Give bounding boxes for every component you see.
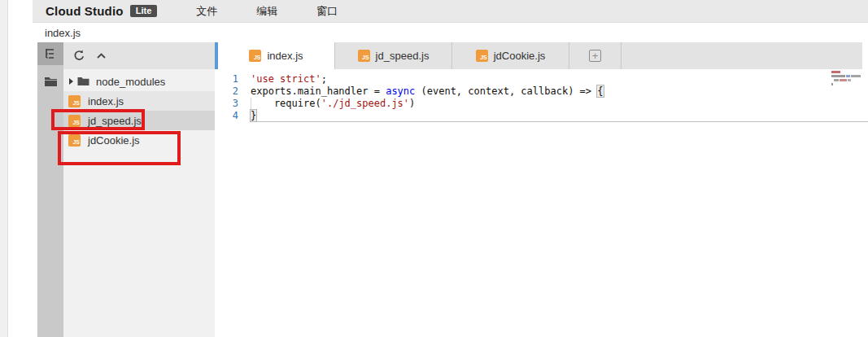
activity-item-explorer-tree[interactable] (37, 42, 63, 65)
code-text: require('./jd_speed.js') (251, 98, 868, 110)
tree-item-label: index.js (88, 95, 124, 107)
line-number: 2 (215, 85, 251, 98)
code-line-2: 2 exports.main_handler = async (event, c… (215, 85, 868, 98)
line-number: 3 (215, 98, 251, 110)
menu-file[interactable]: 文件 (196, 4, 217, 19)
indent-guide (251, 98, 251, 110)
collapse-all-icon[interactable] (95, 50, 107, 62)
breadcrumb-filename: index.js (45, 27, 81, 39)
editor-tab-bar: JS index.js JS jd_speed.js JS jdCookie.j… (218, 42, 862, 69)
folder-icon (44, 76, 58, 87)
breadcrumb: index.js (33, 23, 868, 42)
js-file-icon: JS (249, 50, 261, 62)
menu-bar: Cloud Studio Lite 文件 编辑 窗口 (33, 0, 868, 23)
tab-label: jd_speed.js (376, 50, 430, 62)
file-explorer-sidebar: node_modules JS index.js JS jd_speed.js … (63, 42, 215, 337)
matched-bracket: } (251, 110, 256, 121)
matched-bracket: { (597, 85, 603, 97)
sidebar-toolbar (63, 42, 215, 69)
cloud-studio-window: Cloud Studio Lite 文件 编辑 窗口 index.js (0, 0, 868, 337)
code-line-1: 1 'use strict'; (215, 73, 868, 85)
activity-item-files[interactable] (37, 70, 63, 93)
code-text: 'use strict'; (251, 73, 868, 85)
annotation-box-jdcookie (58, 131, 181, 165)
tab-jd-speed-js[interactable]: JS jd_speed.js (335, 42, 452, 69)
code-area: 1 'use strict'; 2 exports.main_handler =… (215, 73, 868, 122)
js-file-icon: JS (358, 50, 370, 62)
js-file-icon: JS (476, 50, 488, 62)
code-line-4-current: 4 } (215, 110, 868, 122)
tab-label: jdCookie.js (494, 50, 546, 62)
menu-edit[interactable]: 编辑 (256, 4, 277, 19)
js-file-icon: JS (68, 95, 81, 107)
tab-jdcookie-js[interactable]: JS jdCookie.js (452, 42, 569, 69)
lite-badge: Lite (130, 5, 158, 17)
code-editor[interactable]: 1 'use strict'; 2 exports.main_handler =… (215, 69, 868, 337)
code-text: } (251, 110, 868, 122)
tree-item-node-modules[interactable]: node_modules (63, 72, 215, 91)
plus-icon: + (589, 50, 601, 62)
code-text: exports.main_handler = async (event, con… (251, 85, 868, 98)
chevron-right-icon[interactable] (69, 78, 73, 85)
activity-bar (37, 42, 63, 337)
tree-item-label: node_modules (96, 76, 165, 88)
menu-window[interactable]: 窗口 (316, 4, 338, 19)
code-line-3: 3 require('./jd_speed.js') (215, 98, 868, 110)
tab-label: index.js (267, 50, 303, 62)
folder-icon (77, 77, 89, 86)
line-number: 4 (215, 110, 251, 122)
new-tab-button[interactable]: + (569, 42, 622, 69)
annotation-box-jd-speed (51, 109, 145, 130)
line-number: 1 (215, 73, 251, 85)
tree-view-icon (44, 47, 57, 60)
refresh-icon[interactable] (73, 50, 85, 62)
page-left-gutter (0, 0, 8, 337)
tab-index-js[interactable]: JS index.js (218, 42, 335, 69)
tree-item-index-js[interactable]: JS index.js (63, 91, 215, 111)
app-logo: Cloud Studio (46, 4, 124, 18)
minimap[interactable] (831, 71, 864, 92)
